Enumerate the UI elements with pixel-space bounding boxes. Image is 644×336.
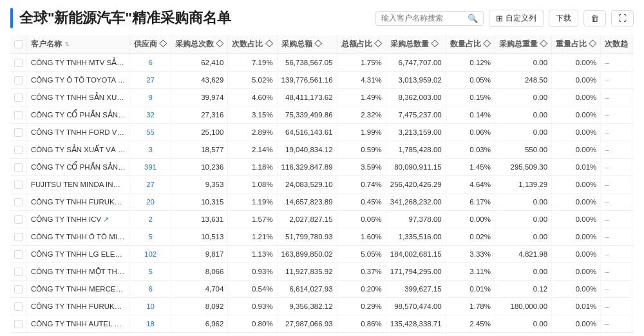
row-weight-pct: 0.00%	[552, 72, 601, 89]
page-title-bar: 全球"新能源汽车"精准采购商名单	[10, 8, 365, 28]
row-supplier[interactable]: 32	[130, 106, 171, 124]
row-weight: 0.00	[495, 315, 551, 333]
th-checkbox[interactable]	[10, 35, 27, 54]
row-order-pct: 2.14%	[228, 141, 277, 159]
row-order-pct: 1.21%	[228, 228, 277, 246]
row-checkbox[interactable]	[14, 215, 23, 224]
row-supplier[interactable]: 27	[130, 72, 171, 89]
search-input[interactable]	[381, 14, 465, 23]
th-weight-pct[interactable]: 重量占比 ◇	[552, 35, 601, 54]
table-row: CÔNG TY CỔ PHẦN SẢN XUẤT... ↗ 32 27,316 …	[10, 106, 634, 124]
row-qty: 1,335,516.00	[386, 228, 446, 246]
row-checkbox-cell[interactable]	[10, 193, 27, 211]
row-supplier[interactable]: 10	[130, 298, 171, 315]
row-checkbox-cell[interactable]	[10, 124, 27, 141]
row-checkbox-cell[interactable]	[10, 54, 27, 72]
row-checkbox-cell[interactable]	[10, 89, 27, 106]
row-checkbox-cell[interactable]	[10, 159, 27, 176]
row-checkbox-cell[interactable]	[10, 72, 27, 89]
row-supplier[interactable]: 6	[130, 281, 171, 298]
row-weight-pct: 0.00%	[552, 333, 601, 337]
row-customer: CÔNG TY TNHH MERCEDES-B... ↗	[27, 281, 130, 298]
th-qty-pct[interactable]: 数量占比 ◇	[446, 35, 495, 54]
row-checkbox-cell[interactable]	[10, 141, 27, 159]
th-supplier[interactable]: 供应商 ◇	[130, 35, 171, 54]
row-checkbox[interactable]	[14, 94, 23, 102]
row-checkbox[interactable]	[14, 181, 23, 189]
row-weight-pct: 0.00%	[552, 176, 601, 193]
expand-button[interactable]: ⛶	[611, 10, 634, 26]
table-row: CÔNG TY CỔ PHẦN SẢN XUẤT... ↗ 391 10,236…	[10, 159, 634, 176]
row-supplier[interactable]: 9	[130, 89, 171, 106]
row-times: –	[601, 246, 632, 263]
row-checkbox-cell[interactable]	[10, 333, 27, 337]
row-checkbox-cell[interactable]	[10, 246, 27, 263]
row-checkbox-cell[interactable]	[10, 298, 27, 315]
row-checkbox-cell[interactable]	[10, 315, 27, 333]
row-qty-pct: 6.17%	[446, 193, 495, 211]
row-checkbox-cell[interactable]	[10, 106, 27, 124]
row-checkbox-cell[interactable]	[10, 211, 27, 228]
custom-column-button[interactable]: ⊞ 自定义列	[489, 10, 544, 27]
th-customer[interactable]: 客户名称⇅	[27, 35, 130, 54]
row-supplier[interactable]: 391	[130, 159, 171, 176]
row-checkbox[interactable]	[14, 111, 23, 119]
row-supplier[interactable]: 2	[130, 211, 171, 228]
row-checkbox[interactable]	[14, 320, 23, 328]
row-checkbox[interactable]	[14, 146, 23, 154]
row-order-amount: 14,657,823.89	[277, 193, 337, 211]
th-order-amount[interactable]: 采购总额 ◇	[277, 35, 337, 54]
customer-link-icon[interactable]: ↗	[126, 146, 130, 153]
trash-icon: 🗑	[591, 14, 599, 23]
th-times[interactable]: 次数趋	[601, 35, 632, 54]
row-weight-pct: 0.00%	[552, 124, 601, 141]
row-total-orders: 18,577	[171, 141, 228, 159]
row-order-amount: 11,927,835.92	[277, 263, 337, 281]
table-row: CÔNG TY TNHH MTV SẢN XUẤ... ↗ 6 62,410 7…	[10, 54, 634, 72]
row-supplier[interactable]: 27	[130, 176, 171, 193]
row-checkbox-cell[interactable]	[10, 281, 27, 298]
search-icon: 🔍	[468, 14, 478, 23]
row-supplier[interactable]: 18	[130, 315, 171, 333]
row-order-amount: 2,027,827.15	[277, 211, 337, 228]
th-total-orders[interactable]: 采购总次数 ◇	[171, 35, 228, 54]
row-checkbox[interactable]	[14, 233, 23, 241]
row-order-amount: 56,738,567.05	[277, 54, 337, 72]
th-qty[interactable]: 采购总数量 ◇	[386, 35, 446, 54]
row-checkbox[interactable]	[14, 302, 23, 311]
download-button[interactable]: 下载	[549, 10, 578, 27]
row-checkbox[interactable]	[14, 198, 23, 206]
row-checkbox-cell[interactable]	[10, 228, 27, 246]
row-amount-pct: 4.31%	[337, 72, 386, 89]
row-supplier[interactable]: 55	[130, 124, 171, 141]
row-total-orders: 10,513	[171, 228, 228, 246]
th-weight[interactable]: 采购总重量 ◇	[495, 35, 551, 54]
row-order-amount: 64,516,143.61	[277, 124, 337, 141]
row-qty-pct: 0.00%	[446, 211, 495, 228]
row-weight-pct: 0.00%	[552, 193, 601, 211]
row-supplier[interactable]: 3	[130, 141, 171, 159]
row-supplier[interactable]: 102	[130, 246, 171, 263]
row-supplier[interactable]: 6	[130, 54, 171, 72]
th-order-pct[interactable]: 次数占比 ◇	[228, 35, 277, 54]
delete-button[interactable]: 🗑	[583, 10, 606, 26]
row-checkbox-cell[interactable]	[10, 176, 27, 193]
row-checkbox[interactable]	[14, 59, 23, 67]
row-amount-pct: 0.06%	[337, 211, 386, 228]
row-supplier[interactable]: 20	[130, 193, 171, 211]
row-supplier[interactable]: 5	[130, 263, 171, 281]
row-checkbox[interactable]	[14, 285, 23, 293]
row-checkbox[interactable]	[14, 163, 23, 172]
row-total-orders: 10,236	[171, 159, 228, 176]
row-checkbox[interactable]	[14, 250, 23, 259]
th-amount-pct[interactable]: 总额占比 ◇	[337, 35, 386, 54]
row-checkbox[interactable]	[14, 128, 23, 137]
header-checkbox[interactable]	[14, 40, 23, 48]
customer-link-icon[interactable]: ↗	[103, 215, 109, 223]
row-supplier[interactable]: 5	[130, 228, 171, 246]
row-checkbox-cell[interactable]	[10, 263, 27, 281]
row-checkbox[interactable]	[14, 76, 23, 84]
row-supplier[interactable]: 22	[130, 333, 171, 337]
search-box[interactable]: 🔍	[375, 11, 484, 26]
row-checkbox[interactable]	[14, 268, 23, 276]
